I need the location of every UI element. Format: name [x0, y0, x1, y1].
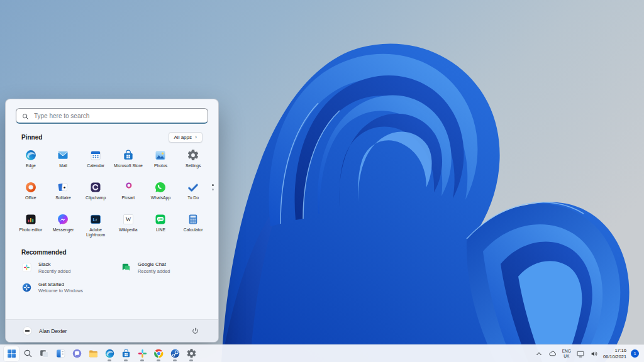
taskbar-steam-button[interactable]: [167, 346, 182, 361]
running-indicator: [108, 359, 111, 361]
picsart-icon: [122, 181, 135, 194]
taskbar-slack-button[interactable]: [135, 346, 150, 361]
mail-icon: [57, 149, 69, 162]
store-icon: [122, 149, 135, 162]
steam-icon: [170, 348, 180, 359]
photo-editor-icon: [25, 213, 37, 226]
taskbar-file-explorer-button[interactable]: [86, 346, 101, 361]
running-indicator: [124, 359, 128, 361]
clock[interactable]: 17:16 06/10/2021: [603, 348, 626, 359]
taskbar-task-view-button[interactable]: [36, 346, 52, 361]
pinned-app-solitaire[interactable]: ♠Solitaire: [47, 178, 80, 210]
volume-icon[interactable]: [589, 349, 599, 358]
solitaire-icon: ♠: [57, 181, 69, 194]
page-dot-active[interactable]: [212, 184, 214, 186]
running-indicator: [157, 359, 160, 361]
pinned-app-mail[interactable]: Mail: [47, 146, 80, 178]
lightroom-icon: Lr: [89, 213, 102, 226]
running-indicator: [189, 359, 193, 361]
pinned-app-wikipedia[interactable]: WWikipedia: [112, 210, 145, 242]
taskbar: ENG UK 17:16 06/10/2021 1: [0, 344, 644, 362]
pinned-app-photo-editor[interactable]: Photo editor: [14, 210, 47, 242]
user-bar: Alan Dexter: [6, 319, 218, 342]
pinned-app-label: Microsoft Store: [114, 163, 143, 168]
pinned-app-label: Mail: [59, 163, 67, 168]
pinned-app-photos[interactable]: Photos: [145, 146, 177, 178]
all-apps-button[interactable]: All apps ›: [169, 132, 203, 143]
pinned-app-office[interactable]: Office: [14, 178, 47, 210]
recommended-heading: Recommended: [21, 249, 67, 256]
pinned-app-label: Edge: [26, 163, 36, 168]
pinned-app-microsoft-store[interactable]: Microsoft Store: [112, 146, 145, 178]
start-icon: [6, 348, 17, 359]
wikipedia-icon: W: [122, 213, 135, 226]
pinned-app-label: To Do: [187, 195, 199, 200]
recommended-item-slack[interactable]: SlackRecently added: [21, 261, 121, 274]
pinned-app-messenger[interactable]: Messenger: [47, 210, 80, 242]
chevron-right-icon: ›: [195, 134, 197, 140]
taskbar-chrome-button[interactable]: [151, 346, 166, 361]
language-indicator[interactable]: ENG UK: [562, 349, 571, 358]
office-icon: [25, 181, 37, 194]
recommended-item-title: Google Chat: [138, 261, 170, 267]
pinned-app-calendar[interactable]: Calendar: [79, 146, 112, 178]
all-apps-label: All apps: [174, 134, 192, 140]
taskbar-start-button[interactable]: [4, 346, 19, 361]
pinned-app-clipchamp[interactable]: Clipchamp: [79, 178, 112, 210]
user-name[interactable]: Alan Dexter: [39, 328, 67, 334]
notification-badge[interactable]: 1: [631, 349, 639, 358]
taskbar-widgets-button[interactable]: [53, 346, 68, 361]
todo-icon: [187, 181, 199, 194]
pinned-app-edge[interactable]: Edge: [14, 146, 47, 178]
pinned-app-calculator[interactable]: Calculator: [177, 210, 209, 242]
language-line2: UK: [562, 354, 571, 359]
search-box: [16, 108, 208, 124]
page-dot-inactive[interactable]: [212, 189, 214, 190]
running-indicator: [173, 359, 177, 361]
recommended-item-subtitle: Recently added: [38, 268, 70, 274]
taskbar-search-button[interactable]: [20, 346, 35, 361]
search-icon: [23, 348, 33, 359]
taskbar-chat-button[interactable]: [69, 346, 84, 361]
language-line1: ENG: [562, 349, 571, 354]
chrome-icon: [153, 348, 164, 359]
pinned-app-label: Clipchamp: [86, 195, 106, 200]
taskbar-settings-button[interactable]: [184, 346, 199, 361]
recommended-grid: SlackRecently addedGoogle ChatRecently a…: [21, 261, 203, 293]
messenger-icon: [57, 213, 69, 226]
recommended-item-subtitle: Recently added: [138, 268, 170, 274]
search-input[interactable]: [16, 108, 208, 124]
power-button[interactable]: [188, 324, 202, 338]
recommended-item-title: Slack: [38, 261, 70, 267]
line-icon: LINE: [154, 213, 167, 226]
tray-chevron-up-icon[interactable]: [535, 349, 544, 358]
photos-icon: [154, 149, 167, 162]
taskbar-microsoft-store-button[interactable]: [118, 346, 133, 361]
user-avatar[interactable]: [22, 326, 33, 336]
pinned-app-to-do[interactable]: To Do: [177, 178, 209, 210]
whatsapp-icon: [154, 181, 167, 194]
pinned-app-whatsapp[interactable]: WhatsApp: [145, 178, 177, 210]
slack-icon: [137, 348, 148, 359]
pinned-app-line[interactable]: LINELINE: [145, 210, 177, 242]
calendar-icon: [89, 149, 102, 162]
calculator-icon: [187, 213, 199, 226]
pinned-heading: Pinned: [21, 134, 42, 141]
taskbar-edge-button[interactable]: [102, 346, 117, 361]
pinned-app-adobe-lightroom[interactable]: LrAdobe Lightroom: [79, 210, 112, 242]
pinned-app-picsart[interactable]: Picsart: [112, 178, 145, 210]
recommended-item-get-started[interactable]: Get StartedWelcome to Windows: [21, 282, 121, 294]
explorer-icon: [88, 348, 99, 359]
store-icon: [121, 348, 131, 359]
onedrive-cloud-icon[interactable]: [548, 349, 558, 358]
recommended-item-google-chat[interactable]: Google ChatRecently added: [121, 261, 203, 274]
recommended-item-subtitle: Welcome to Windows: [38, 288, 83, 293]
pinned-app-label: WhatsApp: [151, 195, 170, 200]
edge-icon: [104, 348, 115, 359]
pinned-app-settings[interactable]: Settings: [177, 146, 209, 178]
network-icon[interactable]: [575, 349, 585, 358]
pinned-app-label: Solitaire: [55, 195, 71, 200]
slack-tile-icon: [21, 262, 32, 273]
settings-icon: [187, 149, 199, 162]
recommended-item-text: SlackRecently added: [38, 261, 70, 274]
